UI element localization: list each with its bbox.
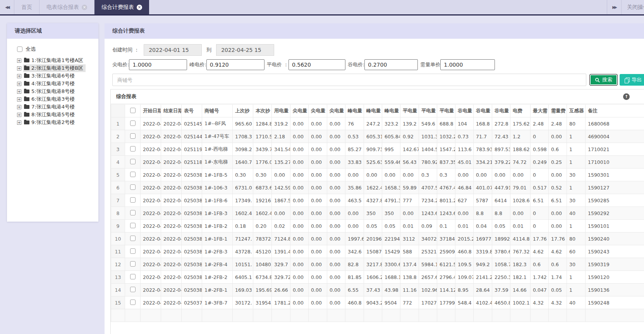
tree-item[interactable]: +4:张江集电港7号楼: [17, 80, 98, 88]
tab-home[interactable]: 首页: [14, 0, 39, 14]
table-cell: 46.84: [455, 181, 474, 194]
row-checkbox-cell: [125, 245, 141, 258]
select-all-row[interactable]: 全选: [17, 45, 98, 53]
expand-icon[interactable]: +: [17, 97, 21, 102]
row-checkbox[interactable]: [130, 210, 136, 215]
column-header: 最大需: [531, 105, 549, 117]
table-cell: 02503800: [182, 245, 202, 258]
row-checkbox[interactable]: [130, 287, 136, 292]
table-row: [111, 309, 644, 322]
expand-icon[interactable]: +: [17, 59, 21, 63]
tree-node[interactable]: 3:张江集电港6号楼: [23, 72, 77, 80]
close-tab-icon[interactable]: ×: [137, 5, 142, 10]
tree-node[interactable]: 5:张江集电港8号楼: [23, 88, 77, 95]
shop-number-input[interactable]: [112, 74, 586, 86]
row-checkbox[interactable]: [130, 248, 136, 254]
table-cell: 559.46: [382, 156, 400, 169]
table-cell: 2022-04-: [141, 143, 161, 156]
tree-item[interactable]: +8:张江集电港5号楼: [17, 111, 98, 119]
tree-item[interactable]: +1:张江集电港1号楼A区: [17, 57, 98, 64]
table-cell: 1#-1FB-1: [202, 232, 233, 245]
column-header: 表号: [182, 105, 202, 117]
expand-icon[interactable]: +: [17, 74, 21, 78]
table-cell: 109.5: [455, 258, 474, 271]
expand-icon[interactable]: +: [17, 90, 21, 94]
tree-item[interactable]: +7:张江集电港4号楼: [17, 103, 98, 111]
table-cell: 1602.4: [253, 207, 272, 220]
table-cell: 43.98: [382, 284, 400, 296]
row-checkbox[interactable]: [130, 121, 136, 126]
row-checkbox[interactable]: [130, 274, 136, 279]
tab-meter-report[interactable]: 电表综合报表 ×: [39, 0, 94, 14]
tree-node[interactable]: 9:张江集电港2号楼: [23, 119, 77, 126]
expand-icon[interactable]: +: [17, 121, 21, 125]
close-operations-menu[interactable]: 关闭操作: [622, 0, 644, 14]
table-cell: 1710.5: [253, 130, 272, 143]
select-all-rows-checkbox[interactable]: [130, 108, 136, 113]
table-cell: 22194.: [382, 232, 400, 245]
expand-icon[interactable]: +: [17, 66, 21, 71]
table-cell: 1028.6: [510, 194, 531, 207]
table-cell: 0.00: [364, 169, 382, 181]
table-cell: 3319.8: [474, 245, 492, 258]
tree-node[interactable]: 4:张江集电港7号楼: [23, 80, 77, 88]
tree-item[interactable]: +3:张江集电港6号楼: [17, 72, 98, 80]
tree-item[interactable]: +9:张江集电港2号楼: [17, 119, 98, 126]
table-cell: 0.73: [455, 130, 474, 143]
row-checkbox[interactable]: [130, 146, 136, 152]
tab-billing-report[interactable]: 综合计费报表 ×: [94, 0, 149, 14]
select-all-checkbox[interactable]: [17, 46, 22, 52]
table-cell: 1#-2FB-4: [202, 258, 233, 271]
row-checkbox[interactable]: [130, 261, 136, 267]
tree-node[interactable]: 1:张江集电港1号楼A区: [23, 57, 86, 64]
table-cell: 25909.: [437, 245, 455, 258]
table-cell: 2022-04-: [161, 169, 182, 181]
tree-node-selected[interactable]: 2:张江集电港1号楼B区: [23, 64, 86, 72]
tree-node[interactable]: 6:张江集电港3号楼: [23, 95, 77, 103]
search-button[interactable]: 搜索: [589, 74, 618, 86]
price-input[interactable]: [440, 59, 495, 70]
scroll-tabs-left-icon[interactable]: ◀◀: [0, 0, 14, 14]
scroll-tabs-right-icon[interactable]: ▶▶: [607, 0, 621, 14]
tree-item[interactable]: +6:张江集电港3号楼: [17, 95, 98, 103]
tree-item-label: 2:张江集电港1号楼B区: [31, 65, 83, 72]
tree-item[interactable]: +2:张江集电港1号楼B区: [17, 64, 98, 72]
folder-icon: [24, 59, 29, 62]
row-number: 13: [111, 271, 125, 284]
table-cell: 3217.8: [364, 258, 382, 271]
row-number: 6: [111, 181, 125, 194]
tree-node[interactable]: 8:张江集电港5号楼: [23, 111, 77, 119]
close-tab-icon[interactable]: ×: [82, 5, 87, 10]
date-from-input[interactable]: [144, 44, 202, 56]
tree-node[interactable]: 7:张江集电港4号楼: [23, 103, 77, 111]
row-checkbox[interactable]: [130, 133, 136, 139]
date-to-input[interactable]: [216, 44, 274, 56]
billing-report-panel: 综合计费报表 创建时间 ： 到 尖电价:峰电价:平电价 ：谷电价:需量单价 搜索: [105, 23, 644, 334]
price-input[interactable]: [206, 59, 264, 70]
export-button[interactable]: 导出: [620, 74, 644, 86]
price-label: 峰电价:: [189, 61, 206, 68]
expand-icon[interactable]: +: [17, 113, 21, 117]
price-input[interactable]: [129, 59, 187, 70]
row-checkbox[interactable]: [130, 172, 136, 177]
row-checkbox[interactable]: [130, 159, 136, 164]
expand-icon[interactable]: +: [17, 82, 21, 86]
price-input[interactable]: [364, 59, 418, 70]
row-checkbox[interactable]: [130, 300, 136, 305]
tree-item[interactable]: +5:张江集电港8号楼: [17, 88, 98, 95]
row-checkbox[interactable]: [130, 223, 136, 228]
price-label: 谷电价:: [348, 61, 364, 68]
table-cell: 1#-1FB-3: [202, 207, 233, 220]
table-cell: 34072.: [419, 232, 437, 245]
table-cell: 6.51: [549, 194, 567, 207]
row-checkbox[interactable]: [130, 197, 136, 203]
table-cell: 6414: [492, 194, 510, 207]
collapse-up-icon[interactable]: ↑: [623, 93, 630, 100]
table-cell: 1590301: [586, 169, 644, 181]
folder-icon: [24, 90, 29, 93]
row-checkbox[interactable]: [130, 184, 136, 190]
row-number: 12: [111, 258, 125, 271]
price-input[interactable]: [289, 59, 345, 70]
expand-icon[interactable]: +: [17, 105, 21, 109]
row-checkbox[interactable]: [130, 236, 136, 241]
